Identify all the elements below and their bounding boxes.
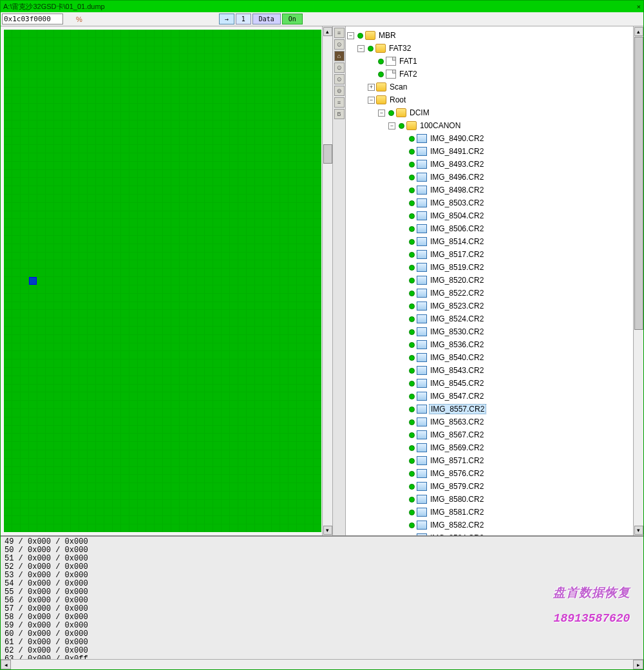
sector-cell[interactable] xyxy=(222,392,229,400)
sector-cell[interactable] xyxy=(129,227,137,235)
sector-cell[interactable] xyxy=(213,219,221,227)
sector-cell[interactable] xyxy=(263,30,271,37)
sector-cell[interactable] xyxy=(62,269,70,276)
sector-cell[interactable] xyxy=(280,277,288,285)
sector-cell[interactable] xyxy=(37,434,45,441)
sector-cell[interactable] xyxy=(129,318,137,326)
collapse-icon[interactable]: − xyxy=(368,97,375,104)
sector-cell[interactable] xyxy=(171,244,179,252)
sector-cell[interactable] xyxy=(255,46,263,54)
sector-cell[interactable] xyxy=(196,253,204,260)
sector-cell[interactable] xyxy=(272,253,279,260)
sector-cell[interactable] xyxy=(113,385,120,392)
sector-cell[interactable] xyxy=(238,253,246,260)
sector-cell[interactable] xyxy=(213,170,221,178)
sector-cell[interactable] xyxy=(280,417,288,425)
sector-cell[interactable] xyxy=(96,236,104,244)
sector-cell[interactable] xyxy=(188,71,196,79)
sector-cell[interactable] xyxy=(280,450,288,458)
sector-cell[interactable] xyxy=(180,153,187,161)
sector-cell[interactable] xyxy=(205,170,213,178)
sector-cell[interactable] xyxy=(62,38,70,46)
sector-cell[interactable] xyxy=(96,95,104,103)
sector-cell[interactable] xyxy=(247,376,254,384)
sector-cell[interactable] xyxy=(79,129,87,137)
sector-cell[interactable] xyxy=(238,211,246,219)
sector-cell[interactable] xyxy=(113,129,120,137)
sector-cell[interactable] xyxy=(96,227,104,235)
sector-cell[interactable] xyxy=(121,302,129,310)
sector-cell[interactable] xyxy=(96,145,104,153)
sector-cell[interactable] xyxy=(289,483,296,491)
sector-cell[interactable] xyxy=(104,153,112,161)
sector-cell[interactable] xyxy=(12,253,20,260)
sector-cell[interactable] xyxy=(37,508,45,516)
sector-cell[interactable] xyxy=(314,211,321,219)
sector-cell[interactable] xyxy=(146,409,154,417)
sector-cell[interactable] xyxy=(188,434,196,441)
sector-cell[interactable] xyxy=(238,30,246,37)
sector-cell[interactable] xyxy=(129,450,137,458)
sector-cell[interactable] xyxy=(79,162,87,169)
sector-cell[interactable] xyxy=(29,401,37,408)
sector-cell[interactable] xyxy=(272,368,279,376)
sector-cell[interactable] xyxy=(54,376,62,384)
sector-cell[interactable] xyxy=(12,401,20,408)
sector-cell[interactable] xyxy=(171,54,179,62)
sector-cell[interactable] xyxy=(21,71,28,79)
sector-cell[interactable] xyxy=(247,162,254,169)
sector-cell[interactable] xyxy=(37,30,45,37)
sector-cell[interactable] xyxy=(29,492,37,499)
sector-cell[interactable] xyxy=(88,95,95,103)
sector-cell[interactable] xyxy=(4,253,12,260)
sector-cell[interactable] xyxy=(213,227,221,235)
sector-cell[interactable] xyxy=(255,120,263,128)
sector-cell[interactable] xyxy=(121,385,129,392)
sector-cell[interactable] xyxy=(29,244,37,252)
sector-cell[interactable] xyxy=(213,359,221,367)
sector-cell[interactable] xyxy=(21,203,28,211)
sector-cell[interactable] xyxy=(155,401,162,408)
sector-cell[interactable] xyxy=(62,277,70,285)
sector-cell[interactable] xyxy=(21,95,28,103)
sector-cell[interactable] xyxy=(138,112,146,120)
sector-cell[interactable] xyxy=(71,178,79,186)
sector-cell[interactable] xyxy=(305,244,313,252)
sector-cell[interactable] xyxy=(205,294,213,302)
sector-cell[interactable] xyxy=(88,211,95,219)
sector-cell[interactable] xyxy=(37,442,45,450)
sector-cell[interactable] xyxy=(314,277,321,285)
sector-cell[interactable] xyxy=(297,95,305,103)
sector-cell[interactable] xyxy=(188,277,196,285)
address-input[interactable] xyxy=(2,14,63,24)
sector-cell[interactable] xyxy=(146,38,154,46)
sector-cell[interactable] xyxy=(62,359,70,367)
sector-cell[interactable] xyxy=(96,508,104,516)
sector-cell[interactable] xyxy=(305,227,313,235)
sector-cell[interactable] xyxy=(46,186,53,194)
sector-cell[interactable] xyxy=(163,302,171,310)
sector-cell[interactable] xyxy=(171,120,179,128)
sector-cell[interactable] xyxy=(263,516,271,524)
sector-cell[interactable] xyxy=(163,120,171,128)
sector-cell[interactable] xyxy=(163,392,171,400)
sector-cell[interactable] xyxy=(12,219,20,227)
sector-cell[interactable] xyxy=(222,335,229,343)
sector-cell[interactable] xyxy=(196,236,204,244)
sector-cell[interactable] xyxy=(188,236,196,244)
sector-cell[interactable] xyxy=(12,277,20,285)
sector-cell[interactable] xyxy=(21,30,28,37)
sector-cell[interactable] xyxy=(54,294,62,302)
sector-cell[interactable] xyxy=(146,227,154,235)
sector-cell[interactable] xyxy=(272,359,279,367)
sector-cell[interactable] xyxy=(54,120,62,128)
sector-cell[interactable] xyxy=(12,145,20,153)
sector-cell[interactable] xyxy=(129,359,137,367)
sector-cell[interactable] xyxy=(62,244,70,252)
sector-cell[interactable] xyxy=(205,129,213,137)
sector-cell[interactable] xyxy=(155,203,162,211)
sector-cell[interactable] xyxy=(54,368,62,376)
sector-cell[interactable] xyxy=(71,195,79,202)
sector-cell[interactable] xyxy=(230,178,238,186)
sector-cell[interactable] xyxy=(88,129,95,137)
